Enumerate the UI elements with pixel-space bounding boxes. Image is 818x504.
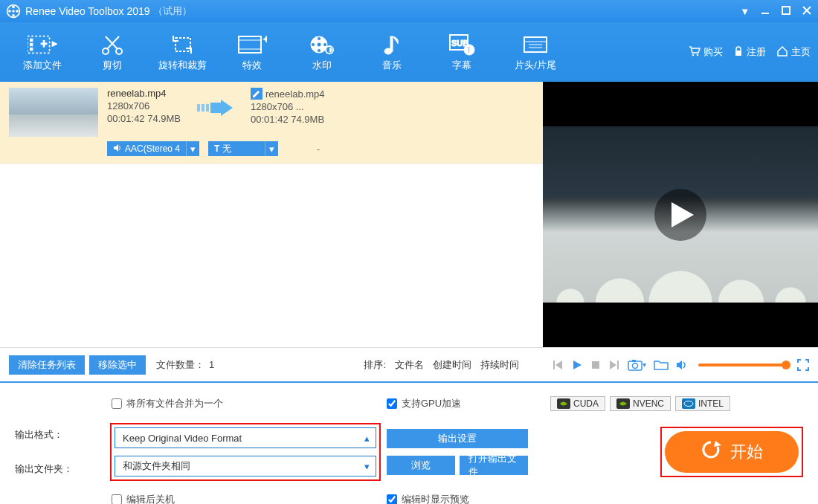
output-folder-label: 输出文件夹： <box>15 462 104 476</box>
player-fullscreen-button[interactable] <box>797 359 809 371</box>
output-folder-dropdown[interactable]: 和源文件夹相同 ▾ <box>115 456 376 476</box>
sort-label: 排序: <box>364 358 386 372</box>
output-folder-value: 和源文件夹相同 <box>123 459 190 473</box>
tool-intro-outro[interactable]: 片头/片尾 <box>497 26 574 78</box>
home-link[interactable]: 主页 <box>776 45 811 59</box>
preview-panel <box>543 82 818 347</box>
badge-nvenc: NVENC <box>610 396 671 411</box>
svg-point-3 <box>16 10 19 13</box>
add-file-icon: + <box>28 32 57 57</box>
music-icon <box>377 32 407 57</box>
merge-all-checkbox[interactable] <box>112 398 122 409</box>
register-label: 注册 <box>747 45 766 59</box>
svg-rect-20 <box>175 38 190 51</box>
tool-label: 特效 <box>242 59 262 72</box>
edit-output-name-icon[interactable] <box>251 88 263 100</box>
svg-point-42 <box>692 54 695 56</box>
close-button[interactable] <box>802 5 812 18</box>
tool-subtitle[interactable]: SUBT 字幕 <box>427 26 497 78</box>
tool-label: 音乐 <box>382 59 402 72</box>
output-duration-size: 00:01:42 74.9MB <box>251 114 325 125</box>
open-output-folder-button[interactable]: 打开输出文件 <box>460 456 528 475</box>
svg-line-18 <box>107 36 119 49</box>
audio-label: AAC(Stereo 4 <box>125 143 180 154</box>
player-prev-button[interactable] <box>552 359 564 371</box>
sort-by-name[interactable]: 文件名 <box>395 358 424 372</box>
register-link[interactable]: 注册 <box>733 45 766 59</box>
file-row[interactable]: reneelab.mp4 1280x706 00:01:42 74.9MB re… <box>0 82 543 164</box>
svg-text:✦: ✦ <box>263 34 267 45</box>
sort-by-duration[interactable]: 持续时间 <box>480 358 519 372</box>
gpu-accel-checkbox[interactable] <box>387 398 397 409</box>
svg-marker-49 <box>221 100 233 116</box>
output-filename: reneelab.mp4 <box>265 88 325 100</box>
shutdown-after-edit-label: 编辑后关机 <box>126 493 175 504</box>
svg-rect-48 <box>210 103 221 113</box>
svg-point-59 <box>633 363 638 368</box>
intel-icon <box>682 398 695 409</box>
app-title: Renee Video Toolbox 2019 <box>25 5 150 17</box>
tool-cut[interactable]: 剪切 <box>77 26 147 78</box>
audio-track-dropdown[interactable]: AAC(Stereo 4 ▾ <box>107 141 199 156</box>
tool-label: 字幕 <box>452 59 471 72</box>
svg-marker-50 <box>114 144 118 152</box>
svg-rect-52 <box>553 361 555 369</box>
home-label: 主页 <box>791 45 811 59</box>
player-stop-button[interactable] <box>590 360 601 370</box>
shutdown-after-edit-checkbox[interactable] <box>112 494 122 504</box>
title-bar: Renee Video Toolbox 2019 （试用） ▼ <box>0 0 818 22</box>
tool-effects[interactable]: ✦ 特效 <box>217 26 287 78</box>
speaker-icon <box>113 143 122 155</box>
svg-marker-54 <box>573 361 582 369</box>
show-preview-while-edit-label: 编辑时显示预览 <box>402 493 469 504</box>
sort-by-created[interactable]: 创建时间 <box>433 358 471 372</box>
browse-button[interactable]: 浏览 <box>387 456 455 475</box>
svg-rect-33 <box>390 36 393 51</box>
intro-outro-icon <box>521 32 550 57</box>
volume-slider[interactable] <box>698 364 787 366</box>
show-preview-while-edit-checkbox[interactable] <box>387 494 397 504</box>
preview-play-button[interactable] <box>654 189 706 241</box>
subtitle-track-dropdown[interactable]: T 无 ▾ <box>208 141 278 156</box>
player-play-button[interactable] <box>571 359 583 371</box>
svg-rect-7 <box>782 7 790 14</box>
svg-marker-63 <box>714 441 721 447</box>
start-button[interactable]: 开始 <box>665 431 799 473</box>
output-settings-button[interactable]: 输出设置 <box>387 429 528 448</box>
player-snapshot-button[interactable]: ▾ <box>628 359 646 371</box>
lock-icon <box>733 46 744 59</box>
svg-rect-47 <box>206 104 209 112</box>
player-next-button[interactable] <box>608 359 620 371</box>
svg-text:+: + <box>40 37 47 50</box>
svg-marker-15 <box>52 42 57 47</box>
badge-cuda: CUDA <box>550 396 605 411</box>
tool-rotate-crop[interactable]: 旋转和裁剪 <box>147 26 217 78</box>
player-open-folder-button[interactable] <box>654 359 669 371</box>
svg-marker-61 <box>677 361 682 369</box>
watermark-icon <box>307 32 337 57</box>
player-volume-button[interactable] <box>676 359 688 371</box>
output-format-dropdown[interactable]: Keep Original Video Format ▴ <box>115 427 376 448</box>
tool-watermark[interactable]: 水印 <box>287 26 357 78</box>
minimize-button[interactable] <box>760 5 770 18</box>
tool-add-file[interactable]: + 添加文件 <box>7 26 77 78</box>
main-area: reneelab.mp4 1280x706 00:01:42 74.9MB re… <box>0 82 818 347</box>
tool-label: 旋转和裁剪 <box>158 59 207 72</box>
svg-line-19 <box>106 36 117 49</box>
subtitle-label: 无 <box>222 143 231 155</box>
svg-rect-57 <box>617 361 619 369</box>
svg-rect-21 <box>239 36 261 53</box>
bottom-settings: 将所有文件合并为一个 支持GPU加速 CUDA NVENC INTEL 输出格式… <box>0 381 818 504</box>
tool-music[interactable]: 音乐 <box>357 26 427 78</box>
remove-selected-button[interactable]: 移除选中 <box>89 355 146 375</box>
menu-dropdown-icon[interactable]: ▼ <box>740 6 750 17</box>
clear-list-button[interactable]: 清除任务列表 <box>9 355 85 375</box>
chevron-down-icon: ▾ <box>265 141 278 156</box>
tool-label: 剪切 <box>103 59 122 72</box>
buy-link[interactable]: 购买 <box>689 45 723 59</box>
svg-point-29 <box>318 49 321 53</box>
input-duration-size: 00:01:42 74.9MB <box>107 113 181 124</box>
chevron-up-icon: ▴ <box>364 433 370 444</box>
maximize-button[interactable] <box>781 5 791 18</box>
file-list-panel: reneelab.mp4 1280x706 00:01:42 74.9MB re… <box>0 82 543 347</box>
